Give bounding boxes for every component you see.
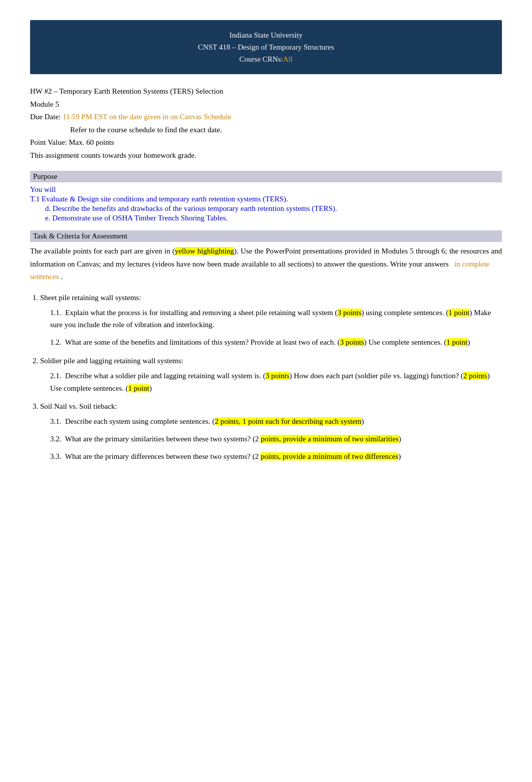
q3-2: 3.2. What are the primary similarities b…: [50, 433, 502, 445]
q1-1-h1: 3 points: [338, 309, 362, 317]
q1-2-mid1: ) Use complete sentences. (: [364, 338, 447, 346]
question-3: Soil Nail vs. Soil tieback: 3.1. Describ…: [40, 400, 502, 462]
q3-2-h1: points, provide a minimum of two similar…: [260, 435, 398, 443]
crn-label: Course CRNs:: [239, 55, 283, 63]
q3-2-prefix: What are the primary similarities betwee…: [65, 435, 261, 443]
header-line2: CNST 418 – Design of Temporary Structure…: [40, 41, 492, 53]
point-value: Point Value: Max. 60 points: [30, 136, 502, 149]
question-2: Soldier pile and lagging retaining wall …: [40, 355, 502, 395]
q1-label: Sheet pile retaining wall systems:: [40, 294, 141, 302]
q3-label: Soil Nail vs. Soil tieback:: [40, 402, 117, 410]
in-complete-text: in complete: [454, 260, 489, 268]
q3-3-h1: points, provide a minimum of two differe…: [260, 452, 398, 460]
q2-1-mid3: ): [149, 384, 152, 392]
task-section: Task & Criteria for Assessment The avail…: [30, 230, 502, 284]
header-line1: Indiana State University: [40, 29, 492, 41]
q3-1-suffix: ): [362, 417, 364, 425]
q1-1-h2: 1 point: [448, 309, 469, 317]
q2-1-h1: 3 points: [265, 372, 290, 380]
q2-sub-list: 2.1. Describe what a soldier pile and la…: [50, 370, 502, 395]
q2-1-mid1: ) How does each part (soldier pile vs. l…: [290, 372, 463, 380]
t1-item: T.1 Evaluate & Design site conditions an…: [30, 195, 502, 203]
q1-2-prefix: What are some of the benefits and limita…: [65, 338, 340, 346]
q3-3-prefix: What are the primary differences between…: [65, 452, 260, 460]
t1-sub-d: d. Describe the benefits and drawbacks o…: [30, 204, 502, 213]
module-line: Module 5: [30, 98, 502, 111]
task-header: Task & Criteria for Assessment: [30, 230, 502, 242]
q3-3: 3.3. What are the primary differences be…: [50, 450, 502, 463]
q3-1-prefix: Describe each system using complete sent…: [65, 417, 215, 425]
q1-2-h1: 3 points: [340, 338, 364, 346]
q1-2-mid2: ): [467, 338, 470, 346]
q3-1-h1: 2 points, 1 point each for describing ea…: [215, 417, 362, 425]
q3-1: 3.1. Describe each system using complete…: [50, 415, 502, 428]
q3-3-num: 3.3.: [50, 452, 62, 460]
q2-label: Soldier pile and lagging retaining wall …: [40, 357, 183, 365]
q1-1-prefix: Explain what the process is for installi…: [65, 309, 338, 317]
q3-1-num: 3.1.: [50, 417, 62, 425]
purpose-header: Purpose: [30, 171, 502, 182]
q3-3-suffix: ): [398, 452, 401, 460]
you-will-text: You will: [30, 185, 502, 194]
task-text-p1: The available points for each part are g…: [30, 247, 175, 255]
q1-2-h2: 1 point: [446, 338, 467, 346]
task-highlight-yellow: yellow highlighting: [175, 247, 234, 255]
due-date-label: Due Date:: [30, 113, 63, 121]
question-1: Sheet pile retaining wall systems: 1.1. …: [40, 292, 502, 349]
q1-sub-list: 1.1. Explain what the process is for ins…: [50, 307, 502, 349]
q1-1-num: 1.1.: [50, 309, 62, 317]
hw-info-block: HW #2 – Temporary Earth Retention System…: [30, 85, 502, 162]
sentences-text: sentences: [30, 273, 59, 281]
q1-2: 1.2. What are some of the benefits and l…: [50, 336, 502, 349]
q2-1-num: 2.1.: [50, 372, 62, 380]
t1-sub-e: e. Demonstrate use of OSHA Timber Trench…: [30, 214, 502, 222]
header-box: Indiana State University CNST 418 – Desi…: [30, 20, 502, 74]
q2-1-prefix: Describe what a soldier pile and lagging…: [65, 372, 265, 380]
hw-title: HW #2 – Temporary Earth Retention System…: [30, 85, 502, 98]
due-date-line: Due Date: 11:59 PM EST on the date given…: [30, 111, 502, 124]
q2-1: 2.1. Describe what a soldier pile and la…: [50, 370, 502, 395]
assignment-note: This assignment counts towards your home…: [30, 149, 502, 162]
due-date-colored: 11:59 PM EST on the date given in on Can…: [63, 113, 231, 121]
q2-1-h3: 1 point: [128, 384, 149, 392]
task-period: .: [59, 273, 63, 281]
task-text-block: The available points for each part are g…: [30, 245, 502, 284]
header-line3: Course CRNs:All: [40, 53, 492, 65]
crn-highlight: All: [283, 55, 293, 63]
q1-2-num: 1.2.: [50, 338, 62, 346]
q2-1-h2: 2 points: [463, 372, 487, 380]
q3-sub-list: 3.1. Describe each system using complete…: [50, 415, 502, 462]
due-date-refer: Refer to the course schedule to find the…: [30, 124, 502, 137]
q1-1-mid1: ) using complete sentences. (: [362, 309, 449, 317]
questions-list: Sheet pile retaining wall systems: 1.1. …: [40, 292, 502, 463]
purpose-section: Purpose You will T.1 Evaluate & Design s…: [30, 171, 502, 222]
q1-1: 1.1. Explain what the process is for ins…: [50, 307, 502, 332]
q3-2-suffix: ): [399, 435, 401, 443]
q3-2-num: 3.2.: [50, 435, 62, 443]
